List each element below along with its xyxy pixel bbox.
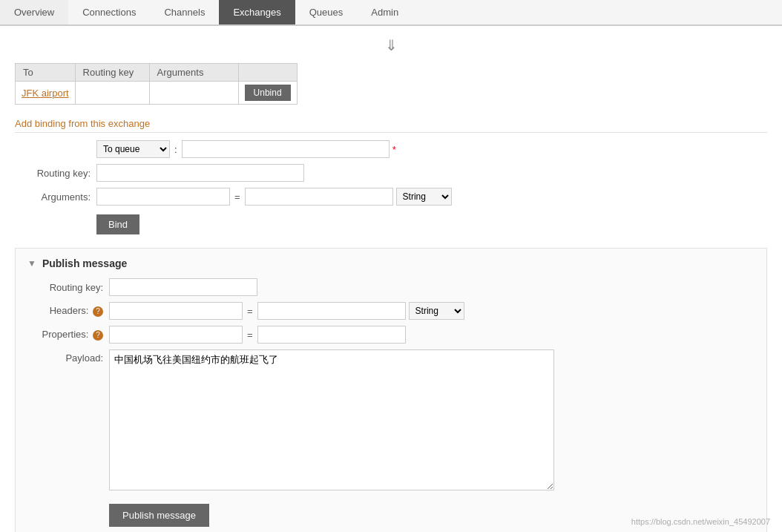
- pub-properties-row: Properties: ? =: [27, 326, 755, 344]
- add-binding-section-header: Add binding from this exchange: [15, 118, 767, 133]
- tab-admin[interactable]: Admin: [357, 0, 413, 24]
- publish-section-header: ▼ Publish message: [27, 257, 755, 269]
- publish-message-section: ▼ Publish message Routing key: Headers: …: [15, 248, 767, 532]
- pub-payload-textarea[interactable]: [109, 349, 554, 490]
- pub-headers-eq: =: [247, 306, 253, 317]
- pub-payload-label: Payload:: [27, 349, 109, 364]
- to-queue-select[interactable]: To queue To exchange: [96, 140, 170, 158]
- col-actions: [238, 64, 297, 82]
- binding-arguments: [149, 82, 238, 105]
- tab-channels[interactable]: Channels: [150, 0, 219, 24]
- binding-to[interactable]: JFK airport: [16, 82, 76, 105]
- publish-message-button[interactable]: Publish message: [109, 504, 209, 527]
- bind-button-row: Bind: [15, 211, 767, 234]
- routing-key-label: Routing key:: [15, 168, 96, 179]
- pub-routing-key-label: Routing key:: [27, 282, 109, 293]
- unbind-button[interactable]: Unbind: [245, 85, 291, 101]
- arguments-row: Arguments: = String Integer Boolean: [15, 188, 767, 206]
- to-queue-input[interactable]: [182, 140, 390, 158]
- routing-key-row: Routing key:: [15, 164, 767, 182]
- arguments-key-input[interactable]: [96, 188, 230, 206]
- table-row: JFK airport Unbind: [16, 82, 298, 105]
- add-binding-link[interactable]: Add binding from this exchange: [15, 118, 150, 129]
- unbind-cell: Unbind: [238, 82, 297, 105]
- publish-title: Publish message: [42, 257, 127, 269]
- bind-button[interactable]: Bind: [96, 214, 139, 234]
- pub-properties-label: Properties: ?: [27, 329, 109, 341]
- pub-headers-value-input[interactable]: [257, 302, 406, 320]
- headers-help-icon[interactable]: ?: [93, 306, 103, 317]
- tab-exchanges[interactable]: Exchanges: [219, 0, 295, 24]
- pub-payload-row: Payload:: [27, 349, 755, 490]
- arguments-label: Arguments:: [15, 191, 96, 203]
- col-arguments: Arguments: [149, 64, 238, 82]
- pub-properties-key-input[interactable]: [109, 326, 243, 344]
- pub-routing-key-input[interactable]: [109, 278, 257, 296]
- collapse-icon[interactable]: ▼: [27, 258, 36, 269]
- required-star: *: [392, 144, 396, 155]
- pub-routing-key-row: Routing key:: [27, 278, 755, 296]
- col-to: To: [16, 64, 76, 82]
- eq-sign: =: [234, 191, 240, 203]
- to-queue-wrap: To queue To exchange : *: [96, 140, 396, 158]
- properties-help-icon[interactable]: ?: [93, 330, 103, 341]
- tab-queues[interactable]: Queues: [295, 0, 358, 24]
- nav-tabs: Overview Connections Channels Exchanges …: [0, 0, 782, 26]
- down-arrow-icon: ⇓: [15, 33, 767, 57]
- to-queue-row: To queue To exchange : *: [15, 140, 767, 158]
- pub-headers-label: Headers: ?: [27, 305, 109, 317]
- colon: :: [174, 144, 177, 155]
- binding-routing-key: [75, 82, 149, 105]
- arguments-value-input[interactable]: [245, 188, 393, 206]
- pub-headers-key-input[interactable]: [109, 302, 243, 320]
- arguments-type-select[interactable]: String Integer Boolean: [396, 188, 452, 206]
- pub-properties-eq: =: [247, 329, 253, 341]
- bindings-table: To Routing key Arguments JFK airport Unb…: [15, 63, 298, 105]
- tab-connections[interactable]: Connections: [68, 0, 150, 24]
- tab-overview[interactable]: Overview: [0, 0, 68, 24]
- col-routing-key: Routing key: [75, 64, 149, 82]
- footer-link[interactable]: https://blog.csdn.net/weixin_45492007: [631, 517, 770, 526]
- routing-key-input[interactable]: [96, 164, 304, 182]
- pub-headers-row: Headers: ? = String Integer Boolean: [27, 302, 755, 320]
- pub-properties-value-input[interactable]: [257, 326, 406, 344]
- pub-headers-type-select[interactable]: String Integer Boolean: [409, 302, 464, 320]
